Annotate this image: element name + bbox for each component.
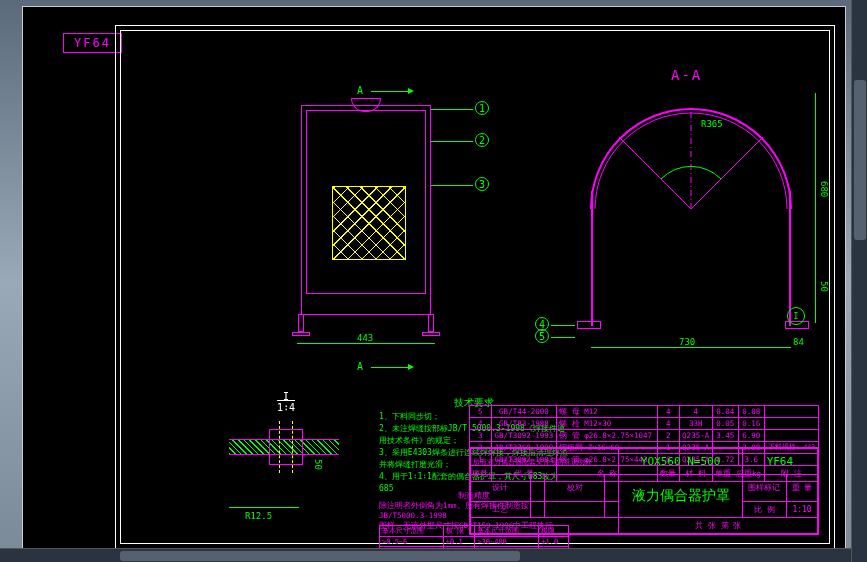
table-row: >0.5~6±0.1>30~400±1.0	[380, 537, 569, 547]
section-arrow-top	[371, 91, 411, 92]
dim-arch-h-text: 680	[819, 181, 829, 197]
mesh-panel	[332, 186, 406, 260]
table-row: 5GB/T44-2000螺 母 M12440.040.08	[470, 406, 819, 418]
leg-right	[428, 314, 434, 332]
bubble-5: 5	[535, 329, 549, 343]
leader-3	[431, 185, 473, 186]
title-model: YOX560 N=500	[619, 449, 742, 475]
guard-body	[301, 105, 431, 315]
leader-5	[551, 337, 575, 338]
leader-2	[431, 141, 473, 142]
detail-dim-line	[229, 507, 299, 508]
detail-dim-w: R12.5	[245, 511, 272, 521]
dim-arch-h	[815, 93, 816, 323]
bubble-3: 3	[475, 177, 489, 191]
drawing-title: 液力偶合器护罩	[619, 475, 742, 517]
title-row1: 所有液力偶合器配套文件号特殊说明外	[471, 449, 619, 475]
arch-rails	[591, 191, 791, 326]
dim-radius: R365	[701, 119, 723, 129]
section-arrow-bot-label: A	[357, 361, 363, 372]
title-block: 所有液力偶合器配套文件号特殊说明外 YOX560 N=500 YF64 设计 校…	[469, 447, 819, 535]
detail-i-view: I 1∶4 50 R12.5	[221, 391, 351, 551]
leg-left	[298, 314, 304, 332]
scrollbar-thumb[interactable]	[854, 80, 866, 240]
detail-dim-h: 50	[313, 459, 323, 470]
table-row: 4GB/T83-1988螺 栓 M12×30433H0.050.16	[470, 418, 819, 430]
leader-4	[551, 325, 575, 326]
section-arrow-top-label: A	[357, 85, 363, 96]
section-a-a: A-A R365 4 5	[551, 71, 831, 331]
vertical-scrollbar[interactable]	[851, 0, 867, 562]
horizontal-scrollbar[interactable]	[0, 548, 851, 562]
leader-1	[431, 109, 473, 110]
foot-right	[422, 332, 440, 336]
section-title: A-A	[671, 67, 702, 83]
bubble-2: 2	[475, 133, 489, 147]
dim-arch-w-text: 730	[679, 337, 695, 347]
title-code: YF64	[742, 449, 817, 475]
bubble-1: 1	[475, 101, 489, 115]
dim-plan-width	[297, 343, 435, 344]
detail-callout-i: I	[787, 307, 805, 325]
dim-arch-gap-text: 50	[819, 281, 829, 292]
dim-foot-off-text: 84	[793, 337, 804, 347]
drawing-sheet: YF64 A 1 2	[22, 6, 846, 556]
dim-plan-width-text: 443	[357, 333, 373, 343]
drawing-code-label: YF64	[63, 33, 122, 53]
outer-frame: A 1 2 3	[115, 25, 835, 549]
detail-i-title: I 1∶4	[221, 391, 351, 413]
elevation-view: A 1 2 3	[261, 85, 481, 345]
section-arrow-bot	[371, 367, 411, 368]
arch-foot-l	[577, 321, 601, 329]
inner-frame: A 1 2 3	[120, 30, 830, 544]
bolt-axis	[279, 421, 293, 473]
scrollbar-thumb[interactable]	[120, 551, 520, 561]
sheet-indicator: 共 张 第 张	[619, 517, 818, 533]
table-row: 3GB/T3092-1993钢 管 φ26.8×2.75×10472Q235-A…	[470, 430, 819, 442]
foot-left	[292, 332, 310, 336]
dim-arch-w	[591, 347, 791, 348]
